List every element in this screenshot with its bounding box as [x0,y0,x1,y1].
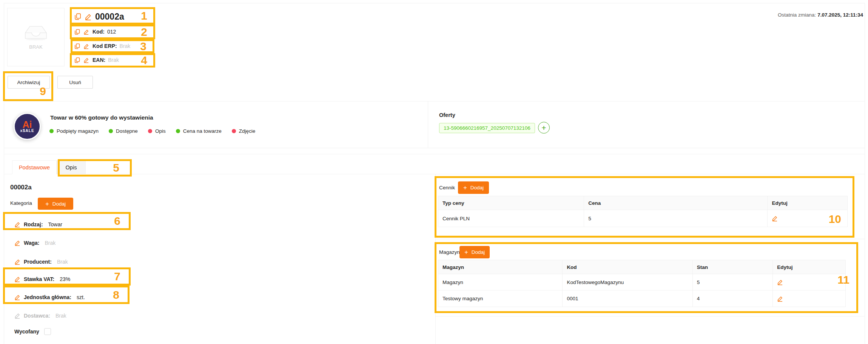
tab-podstawowe[interactable]: Podstawowe [12,160,57,174]
field-value: 012 [107,29,116,35]
edit-icon[interactable] [14,259,20,265]
table-row: Magazyn KodTestowegoMagazynu 5 [438,274,845,290]
warehouse-stock-cell: 5 [693,274,773,290]
edit-icon[interactable] [777,279,783,285]
logo-ai-text: Ai [23,120,32,129]
withdrawn-checkbox[interactable] [44,328,51,335]
add-warehouse-button[interactable]: + Dodaj [459,246,490,258]
logo-xsale-text: xSALE [20,129,34,133]
divider [435,174,436,344]
cennik-table: Typ ceny Cena Edytuj Cennik PLN 5 [438,196,848,227]
edit-icon[interactable] [772,215,778,221]
edit-icon[interactable] [14,294,20,300]
field-label: Stawka VAT: [24,276,54,282]
warehouse-code-cell: 0001 [563,290,692,307]
last-change-value: 7.07.2025, 12:11:34 [817,12,863,18]
field-value: Brak [108,57,119,63]
status-dot-green [109,129,113,133]
product-code-row: Kod: 012 [74,28,116,35]
plus-icon: + [463,184,467,191]
edit-icon[interactable] [777,296,783,302]
edit-icon[interactable] [85,13,92,20]
status-dot-green [176,129,180,133]
add-category-button[interactable]: + Dodaj [38,198,73,210]
delete-button[interactable]: Usuń [57,76,93,89]
last-change: Ostatnia zmiana: 7.07.2025, 12:11:34 [778,12,863,18]
status-label: Opis [155,128,166,134]
edit-cell [768,210,847,227]
status-item: Zdjęcie [232,128,256,134]
status-item: Opis [148,128,166,134]
add-price-button[interactable]: + Dodaj [458,181,489,194]
add-category-label: Dodaj [52,201,66,207]
table-row: Cennik PLN 5 [438,210,847,227]
status-label: Podpięty magazyn [57,128,99,134]
warehouse-code-cell: KodTestowegoMagazynu [563,274,692,290]
warehouse-name-cell: Testowy magazyn [438,290,563,307]
column-header: Cena [584,196,768,210]
copy-icon[interactable] [74,29,80,35]
withdrawn-label: Wycofany [14,329,39,335]
readiness-status-list: Podpięty magazyn Dostępne Opis Cena na t… [49,128,255,134]
last-change-label: Ostatnia zmiana: [778,12,816,18]
column-header: Magazyn [438,260,563,274]
cennik-title: Cennik [439,185,455,190]
edit-icon[interactable] [83,57,89,63]
tab-opis[interactable]: Opis [57,160,86,174]
status-label: Cena na towarze [183,128,222,134]
copy-icon[interactable] [74,13,81,20]
xsale-logo: Ai xSALE [14,113,41,140]
status-item: Dostępne [109,128,138,134]
field-row-rodzaj: Rodzaj: Towar [14,221,62,228]
field-label: Dostawca: [24,313,50,319]
withdrawn-row: Wycofany [14,328,51,335]
field-row-waga: Waga: Brak [14,239,56,247]
price-cell: 5 [584,210,768,227]
archive-button[interactable]: Archiwizuj [8,76,50,89]
empty-inbox-icon [24,25,48,40]
divider [4,101,865,101]
divider [428,101,428,148]
plus-icon: + [464,249,468,255]
readiness-title: Towar w 60% gotowy do wystawienia [50,114,153,121]
field-label: Waga: [24,240,39,246]
field-label: Kod ERP: [93,43,117,49]
product-detail-page: BRAK 00002a Kod: 012 Kod ERP: Brak [0,0,868,344]
divider [4,154,865,154]
divider [4,148,865,148]
field-value: Brak [45,240,56,246]
offer-tag[interactable]: 13-5906660216957_20250707132106 [439,123,535,133]
field-row-stawka-vat: Stawka VAT: 23% [14,275,70,283]
product-name: 00002a [95,12,124,22]
edit-icon[interactable] [14,240,20,246]
category-label: Kategoria [10,200,32,206]
copy-icon[interactable] [74,43,80,49]
copy-icon[interactable] [74,57,80,63]
divider [436,316,865,316]
edit-icon[interactable] [14,276,20,282]
field-label: Kod: [93,29,105,35]
field-label: EAN: [93,57,105,63]
detail-product-name: 00002a [10,184,32,191]
edit-icon[interactable] [83,29,89,35]
edit-icon[interactable] [14,221,20,227]
table-row: Testowy magazyn 0001 4 [438,290,845,307]
table-header-row: Typ ceny Cena Edytuj [438,196,847,210]
edit-icon[interactable] [83,43,89,49]
field-value: Brak [57,259,68,265]
product-ean-row: EAN: Brak [74,57,119,63]
field-value: Towar [48,221,62,227]
edit-cell [773,274,845,290]
divider [436,239,865,239]
product-image-placeholder[interactable]: BRAK [7,8,65,66]
column-header: Typ ceny [438,196,584,210]
edit-icon-disabled [14,313,20,319]
plus-icon: + [45,201,49,207]
column-header: Edytuj [773,260,845,274]
field-row-dostawca: Dostawca: Brak [14,312,66,319]
status-label: Dostępne [116,128,138,134]
field-row-producent: Producent: Brak [14,258,68,266]
edit-cell [773,290,845,307]
field-value: 23% [60,276,70,282]
add-offer-button[interactable]: + [538,122,550,134]
